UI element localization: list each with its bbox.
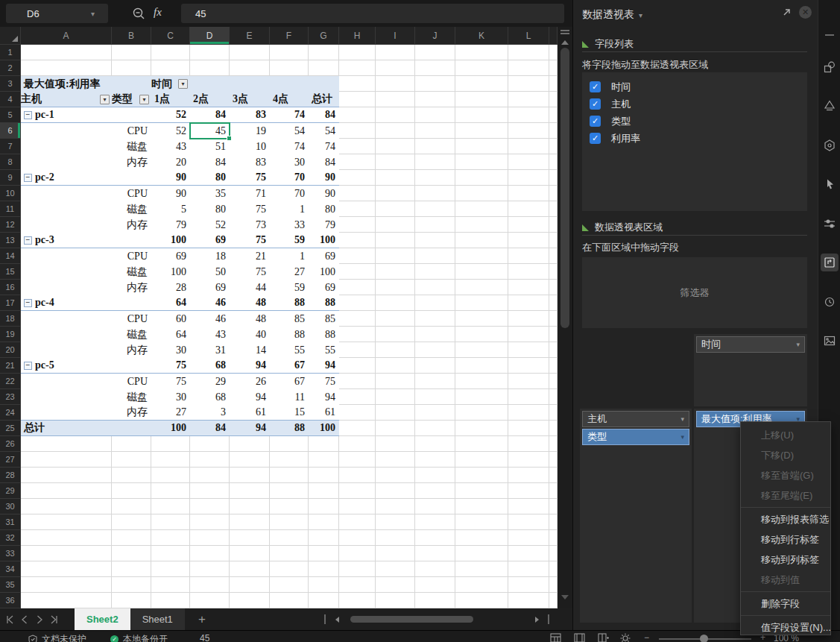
cell-B1[interactable]	[112, 45, 151, 60]
cell-G3[interactable]	[309, 76, 339, 92]
cell-K17[interactable]	[455, 295, 508, 311]
cell-K9[interactable]	[455, 170, 508, 186]
cell-C11[interactable]: 5	[151, 201, 190, 217]
cell-E17[interactable]: 48	[230, 295, 270, 311]
cell-F32[interactable]	[270, 530, 309, 546]
cell-I26[interactable]	[376, 436, 415, 452]
cell-G11[interactable]: 80	[309, 201, 339, 217]
cell-I13[interactable]	[376, 233, 415, 248]
select-all-corner[interactable]	[0, 27, 21, 45]
cell-I10[interactable]	[376, 186, 415, 201]
cell-L10[interactable]	[508, 186, 549, 201]
cell-B13[interactable]	[112, 233, 151, 248]
cell-A9[interactable]: −pc-2	[21, 170, 112, 186]
cell-J10[interactable]	[415, 186, 455, 201]
cell-filler-9[interactable]	[549, 170, 558, 186]
cell-K21[interactable]	[455, 358, 508, 374]
cell-K36[interactable]	[455, 593, 508, 608]
cell-G24[interactable]: 61	[309, 405, 339, 421]
cell-E10[interactable]: 71	[230, 186, 270, 201]
cell-filler-29[interactable]	[549, 483, 558, 499]
cell-H24[interactable]	[339, 405, 376, 421]
cell-L11[interactable]	[508, 201, 549, 217]
field-checkbox[interactable]: ✓	[590, 81, 601, 92]
cell-L33[interactable]	[508, 546, 549, 561]
cell-B12[interactable]: 内存	[112, 217, 151, 233]
cell-B18[interactable]: CPU	[112, 311, 151, 327]
cell-A24[interactable]	[21, 405, 112, 421]
row-header-8[interactable]: 8	[0, 154, 21, 170]
panel-handle-icon[interactable]	[824, 29, 836, 41]
cell-H4[interactable]	[339, 92, 376, 107]
cell-H12[interactable]	[339, 217, 376, 233]
zoom-slider-knob[interactable]	[700, 635, 708, 642]
cell-I4[interactable]	[376, 92, 415, 107]
cell-K19[interactable]	[455, 327, 508, 342]
cell-J12[interactable]	[415, 217, 455, 233]
cell-E15[interactable]: 75	[230, 264, 270, 280]
cell-F17[interactable]: 88	[270, 295, 309, 311]
cell-E33[interactable]	[230, 546, 270, 561]
cell-J18[interactable]	[415, 311, 455, 327]
cell-K30[interactable]	[455, 499, 508, 514]
cell-I35[interactable]	[376, 577, 415, 593]
cell-C32[interactable]	[151, 530, 190, 546]
row-header-33[interactable]: 33	[0, 546, 21, 561]
cell-D14[interactable]: 18	[190, 248, 230, 264]
cell-I32[interactable]	[376, 530, 415, 546]
cell-G20[interactable]: 55	[309, 342, 339, 358]
cell-H22[interactable]	[339, 374, 376, 389]
cell-filler-11[interactable]	[549, 201, 558, 217]
cell-A8[interactable]	[21, 154, 112, 170]
adjust-icon[interactable]	[824, 218, 836, 230]
cell-A15[interactable]	[21, 264, 112, 280]
cell-A26[interactable]	[21, 436, 112, 452]
row-header-15[interactable]: 15	[0, 264, 21, 280]
cell-K14[interactable]	[455, 248, 508, 264]
row-header-24[interactable]: 24	[0, 405, 21, 421]
cell-D20[interactable]: 31	[190, 342, 230, 358]
cell-B15[interactable]: 磁盘	[112, 264, 151, 280]
cell-L16[interactable]	[508, 280, 549, 295]
cell-C27[interactable]	[151, 452, 190, 468]
cell-L8[interactable]	[508, 154, 549, 170]
cell-D26[interactable]	[190, 436, 230, 452]
cell-filler-15[interactable]	[549, 264, 558, 280]
cell-A29[interactable]	[21, 483, 112, 499]
popout-icon[interactable]	[781, 7, 792, 18]
cell-I36[interactable]	[376, 593, 415, 608]
row-header-11[interactable]: 11	[0, 201, 21, 217]
cell-K7[interactable]	[455, 139, 508, 154]
column-header-C[interactable]: C	[151, 27, 190, 45]
cell-K33[interactable]	[455, 546, 508, 561]
cell-H7[interactable]	[339, 139, 376, 154]
cell-D28[interactable]	[190, 468, 230, 483]
cell-D34[interactable]	[190, 561, 230, 577]
cell-A16[interactable]	[21, 280, 112, 295]
cell-D5[interactable]: 84	[190, 107, 230, 123]
cell-filler-30[interactable]	[549, 499, 558, 514]
cell-K25[interactable]	[455, 421, 508, 436]
cell-I11[interactable]	[376, 201, 415, 217]
cell-F24[interactable]: 15	[270, 405, 309, 421]
row-header-9[interactable]: 9	[0, 170, 21, 186]
cell-E34[interactable]	[230, 561, 270, 577]
column-header-F[interactable]: F	[270, 27, 309, 45]
last-sheet-icon[interactable]	[49, 614, 60, 625]
cell-B30[interactable]	[112, 499, 151, 514]
cell-G15[interactable]: 100	[309, 264, 339, 280]
cell-A25[interactable]: 总计	[21, 421, 112, 436]
cell-E20[interactable]: 14	[230, 342, 270, 358]
cell-D25[interactable]: 84	[190, 421, 230, 436]
cell-C9[interactable]: 90	[151, 170, 190, 186]
row-header-32[interactable]: 32	[0, 530, 21, 546]
cell-G19[interactable]: 88	[309, 327, 339, 342]
cell-H5[interactable]	[339, 107, 376, 123]
cell-J7[interactable]	[415, 139, 455, 154]
cell-filler-10[interactable]	[549, 186, 558, 201]
cell-G16[interactable]: 69	[309, 280, 339, 295]
cell-D2[interactable]	[190, 60, 230, 76]
cell-K24[interactable]	[455, 405, 508, 421]
cell-C10[interactable]: 90	[151, 186, 190, 201]
cell-F34[interactable]	[270, 561, 309, 577]
